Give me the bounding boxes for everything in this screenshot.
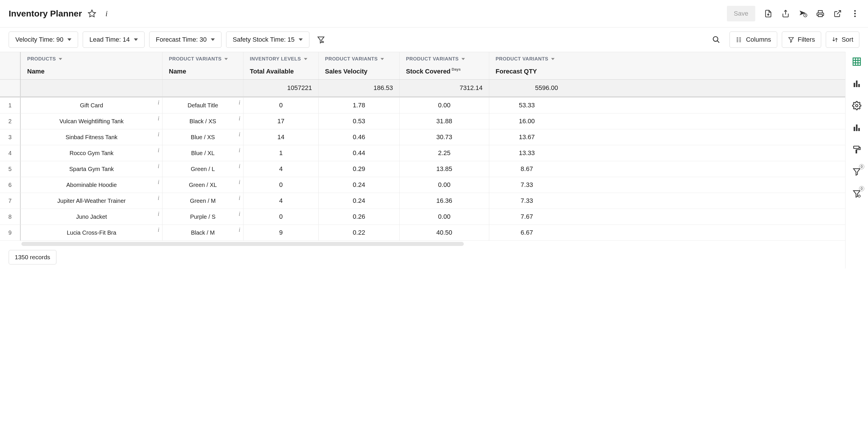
cell-velocity: 1.78 — [319, 97, 400, 113]
settings-icon[interactable] — [851, 100, 863, 111]
info-icon[interactable]: i — [239, 211, 240, 217]
cell-covered: 2.25 — [400, 145, 489, 161]
info-icon[interactable]: i — [158, 211, 159, 217]
print-icon[interactable] — [816, 9, 825, 18]
chart-view-icon[interactable] — [851, 78, 863, 89]
download-icon[interactable] — [764, 9, 773, 18]
page-header: Inventory Planner i Save — [0, 0, 868, 28]
column-header-covered[interactable]: PRODUCT VARIANTS Stock CoveredDays — [400, 52, 489, 79]
info-icon[interactable]: i — [239, 163, 240, 170]
cell-forecast: 13.33 — [489, 145, 564, 161]
info-icon[interactable]: i — [158, 147, 159, 154]
columns-button[interactable]: Columns — [730, 32, 777, 48]
cell-product: Lucia Cross-Fit Brai — [21, 225, 162, 240]
table-row[interactable]: 8 Juno Jacketi Purple / Si 0 0.26 0.00 7… — [0, 209, 845, 225]
cell-product: Rocco Gym Tanki — [21, 145, 162, 161]
info-icon[interactable]: i — [239, 179, 240, 185]
info-icon[interactable]: i — [239, 227, 240, 233]
cell-velocity: 0.24 — [319, 193, 400, 209]
svg-rect-31 — [856, 124, 857, 131]
info-icon[interactable]: i — [158, 99, 159, 106]
svg-point-6 — [854, 16, 856, 17]
save-button[interactable]: Save — [727, 6, 755, 21]
open-external-icon[interactable] — [833, 9, 842, 18]
info-icon[interactable]: i — [239, 195, 240, 201]
format-paint-icon[interactable] — [851, 144, 863, 155]
info-icon[interactable]: i — [239, 147, 240, 154]
cell-variant: Blue / XLi — [162, 145, 244, 161]
svg-point-10 — [713, 37, 718, 41]
horizontal-scrollbar[interactable] — [0, 242, 845, 246]
cell-velocity: 0.46 — [319, 129, 400, 145]
svg-rect-33 — [854, 146, 859, 148]
cell-available: 1 — [244, 145, 319, 161]
info-icon[interactable]: i — [239, 131, 240, 138]
column-header-velocity[interactable]: PRODUCT VARIANTS Sales Velocity — [319, 52, 400, 79]
svg-marker-0 — [89, 10, 96, 17]
row-number: 1 — [0, 97, 21, 113]
info-icon[interactable]: i — [158, 163, 159, 170]
cell-available: 14 — [244, 129, 319, 145]
table-view-icon[interactable] — [851, 56, 863, 67]
safety-stock-dropdown[interactable]: Safety Stock Time: 15 — [226, 32, 309, 48]
cell-product: Jupiter All-Weather Traineri — [21, 193, 162, 209]
info-icon[interactable]: i — [239, 99, 240, 106]
svg-point-5 — [854, 13, 856, 14]
table-row[interactable]: 1 Gift Cardi Default Titlei 0 1.78 0.00 … — [0, 97, 845, 113]
cell-product: Abominable Hoodiei — [21, 177, 162, 193]
cell-velocity: 0.24 — [319, 177, 400, 193]
velocity-time-dropdown[interactable]: Velocity Time: 90 — [9, 32, 78, 48]
summary-covered: 7312.14 — [400, 80, 489, 96]
more-icon[interactable] — [851, 9, 859, 18]
column-header-available[interactable]: INVENTORY LEVELS Total Available — [244, 52, 319, 79]
table-row[interactable]: 9 Lucia Cross-Fit Brai Black / Mi 9 0.22… — [0, 225, 845, 241]
summary-velocity: 186.53 — [319, 80, 400, 96]
info-icon[interactable]: i — [102, 9, 111, 18]
cell-product: Juno Jacketi — [21, 209, 162, 225]
cell-forecast: 6.67 — [489, 225, 564, 240]
forecast-time-dropdown[interactable]: Forecast Time: 30 — [149, 32, 221, 48]
table-row[interactable]: 6 Abominable Hoodiei Green / XLi 0 0.24 … — [0, 177, 845, 193]
cell-velocity: 0.44 — [319, 145, 400, 161]
cell-product: Sinbad Fitness Tanki — [21, 129, 162, 145]
cell-available: 0 — [244, 97, 319, 113]
info-icon[interactable]: i — [158, 227, 159, 233]
cell-covered: 0.00 — [400, 97, 489, 113]
table-row[interactable]: 5 Sparta Gym Tanki Green / Li 4 0.29 13.… — [0, 161, 845, 177]
cell-available: 9 — [244, 225, 319, 240]
filter-panel-icon[interactable]: 0 — [851, 166, 863, 177]
info-icon[interactable]: i — [158, 131, 159, 138]
svg-marker-35 — [854, 191, 860, 197]
column-header-variant[interactable]: PRODUCT VARIANTS Name — [162, 52, 244, 79]
cell-forecast: 16.00 — [489, 113, 564, 129]
summary-forecast: 5596.00 — [489, 80, 564, 96]
chart-config-icon[interactable] — [851, 122, 863, 134]
table-row[interactable]: 2 Vulcan Weightlifting Tanki Black / XSi… — [0, 113, 845, 129]
table-row[interactable]: 7 Jupiter All-Weather Traineri Green / M… — [0, 193, 845, 209]
sort-label: Sort — [842, 36, 853, 44]
table-row[interactable]: 3 Sinbad Fitness Tanki Blue / XSi 14 0.4… — [0, 129, 845, 145]
cell-covered: 30.73 — [400, 129, 489, 145]
cell-covered: 0.00 — [400, 209, 489, 225]
column-header-product[interactable]: PRODUCTS Name — [21, 52, 162, 79]
table-row[interactable]: 4 Rocco Gym Tanki Blue / XLi 1 0.44 2.25… — [0, 145, 845, 161]
column-header-forecast[interactable]: PRODUCT VARIANTS Forecast QTY — [489, 52, 564, 79]
info-icon[interactable]: i — [158, 115, 159, 122]
dropdown-label: Safety Stock Time: 15 — [233, 36, 294, 44]
star-icon[interactable] — [88, 9, 96, 18]
share-icon[interactable] — [781, 9, 790, 18]
lead-time-dropdown[interactable]: Lead Time: 14 — [83, 32, 144, 48]
svg-marker-20 — [789, 38, 794, 42]
summary-available: 1057221 — [244, 80, 319, 96]
info-icon[interactable]: i — [239, 115, 240, 122]
cell-covered: 0.00 — [400, 177, 489, 193]
info-icon[interactable]: i — [158, 179, 159, 185]
filters-button[interactable]: Filters — [782, 32, 821, 48]
search-icon[interactable] — [712, 36, 720, 44]
sort-button[interactable]: Sort — [826, 32, 859, 48]
info-icon[interactable]: i — [158, 195, 159, 201]
cell-forecast: 7.33 — [489, 193, 564, 209]
add-filter-icon[interactable] — [317, 36, 325, 44]
filter-config-icon[interactable]: 0 — [851, 188, 863, 199]
send-schedule-icon[interactable] — [799, 9, 807, 18]
